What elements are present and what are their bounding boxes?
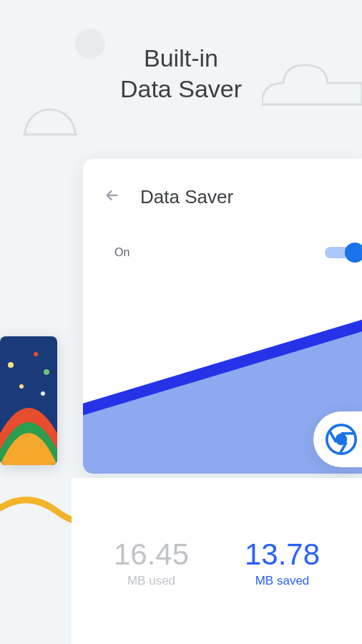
svg-point-4: [34, 352, 38, 356]
stat-saved-label: MB saved: [217, 574, 348, 588]
toggle-row: On: [83, 208, 362, 263]
svg-point-3: [8, 362, 14, 368]
toggle-label: On: [114, 246, 129, 259]
decorative-image: [0, 336, 57, 465]
svg-point-6: [19, 384, 24, 389]
card-title: Data Saver: [140, 186, 233, 208]
cloud-decoration-right: [262, 62, 362, 112]
stat-mb-saved: 13.78 MB saved: [217, 540, 348, 644]
back-arrow-icon[interactable]: [104, 187, 120, 208]
headline-line1: Built-in: [144, 44, 218, 72]
card-header: Data Saver: [83, 159, 362, 208]
stat-mb-used: 16.45 MB used: [86, 540, 217, 644]
data-saver-toggle[interactable]: [325, 243, 362, 263]
stats-card: 16.45 MB used 13.78 MB saved: [72, 478, 362, 644]
headline-line2: Data Saver: [120, 75, 242, 102]
chrome-pill[interactable]: [313, 411, 362, 467]
stat-saved-value: 13.78: [217, 540, 348, 570]
chrome-icon: [326, 424, 357, 455]
stat-used-value: 16.45: [86, 540, 217, 570]
svg-point-5: [44, 369, 49, 375]
svg-point-7: [41, 391, 45, 396]
stat-used-label: MB used: [86, 574, 217, 588]
cloud-decoration-left: [21, 107, 79, 136]
